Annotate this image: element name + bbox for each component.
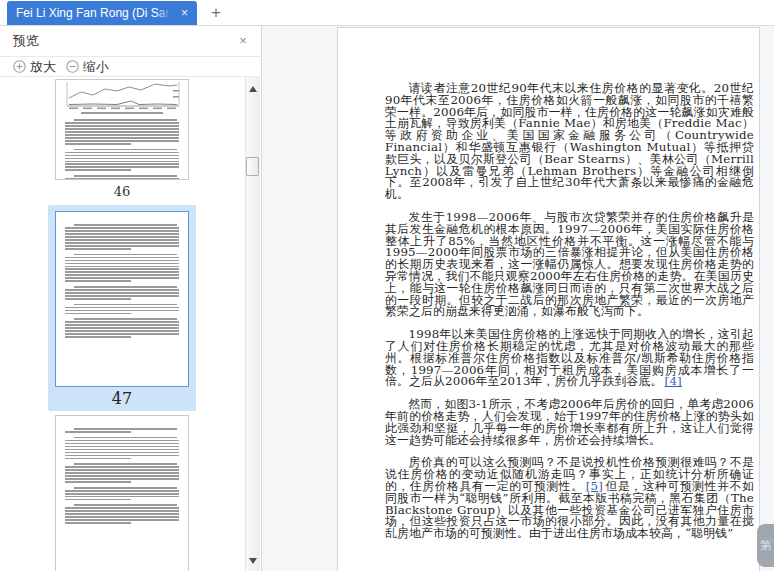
chapter-tab-label: 第 (760, 538, 771, 553)
document-viewport: 请读者注意20世纪90年代末以来住房价格的显著变化。20世纪90年代末至2006… (262, 26, 774, 571)
paragraph-text: 发生于1998—2006年、与股市次贷繁荣并存的住房价格飙升是其后发生金融危机的… (385, 210, 754, 318)
thumbnail-item-47[interactable]: 47 (48, 205, 196, 411)
thumbnail-page-46[interactable] (55, 79, 189, 180)
main-row: 预览 × 放大 缩小 (0, 26, 774, 571)
thumbnail-text-block (65, 254, 179, 283)
thumbnail-item-48[interactable]: 48 (48, 415, 196, 571)
thumbnail-pagenum-47: 47 (112, 389, 132, 408)
thumbnail-text-block (65, 304, 179, 315)
tab-close-icon[interactable]: × (177, 5, 192, 21)
thumbnail-text-block (65, 318, 179, 338)
new-tab-button[interactable]: + (205, 2, 227, 24)
thumbnail-text-block (65, 286, 179, 300)
zoom-out-label: 缩小 (83, 58, 109, 76)
app-window: Fei Li Xing Fan Rong (Di San B × + 预览 × … (0, 0, 774, 571)
document-paragraph-2: 发生于1998—2006年、与股市次贷繁荣并存的住房价格飙升是其后发生金融危机的… (385, 212, 754, 318)
zoom-in-button[interactable]: 放大 (13, 58, 56, 76)
thumbnail-chart-icon (65, 82, 181, 111)
zoom-out-icon (66, 60, 79, 73)
paragraph-text: 然而，如图3-1所示，不考虑2006年后房价的回归，单考虑2006年前的价格走势… (385, 397, 754, 446)
panel-title: 预览 (13, 32, 39, 50)
document-paragraph-4: 然而，如图3-1所示，不考虑2006年后房价的回归，单考虑2006年前的价格走势… (385, 399, 754, 446)
zoom-out-button[interactable]: 缩小 (66, 58, 109, 76)
document-paragraph-5: 房价真的可以这么预测吗？不是说投机性价格预测很难吗？不是说住房价格的变动近似随机… (385, 457, 754, 540)
thumbnail-list: 464748 (0, 78, 244, 571)
thumbnail-page-47[interactable] (55, 211, 189, 387)
thumbnail-text-block (65, 119, 179, 145)
zoom-toolbar: 放大 缩小 (0, 57, 261, 77)
sidebar-scrollbar[interactable] (245, 77, 260, 571)
scroll-up-icon[interactable] (249, 86, 257, 92)
zoom-in-icon (13, 60, 26, 73)
thumbnail-text-block (65, 224, 179, 250)
chapter-side-tab[interactable]: 第 (757, 524, 774, 567)
thumbnail-page-48[interactable] (55, 415, 189, 571)
tab-title-fade (156, 1, 176, 25)
thumbnail-item-46[interactable]: 46 (48, 79, 196, 201)
panel-close-icon[interactable]: × (235, 33, 251, 49)
sidebar-header: 预览 × (0, 26, 261, 57)
scroll-down-icon[interactable] (249, 558, 257, 564)
paragraph-text: 请读者注意20世纪90年代末以来住房价格的显著变化。20世纪90年代末至2006… (385, 81, 754, 201)
document-page: 请读者注意20世纪90年代末以来住房价格的显著变化。20世纪90年代末至2006… (337, 27, 760, 571)
footnote-link[interactable]: [4] (665, 374, 682, 388)
thumbnail-text-block (65, 463, 179, 483)
tab-title: Fei Li Xing Fan Rong (Di San B (16, 6, 168, 20)
document-paragraph-1: 请读者注意20世纪90年代末以来住房价格的显著变化。20世纪90年代末至2006… (385, 83, 754, 201)
thumbnail-text-block (65, 487, 179, 501)
thumbnail-text-block (65, 175, 179, 180)
document-paragraph-3: 1998年以来美国住房价格的上涨远快于同期收入的增长，这引起了人们对住房价格长期… (385, 329, 754, 388)
scrollbar-thumb[interactable] (246, 157, 259, 176)
thumbnail-text-block (65, 149, 179, 172)
preview-sidebar: 预览 × 放大 缩小 (0, 26, 262, 571)
zoom-in-label: 放大 (30, 58, 56, 76)
thumbnail-text-block (65, 504, 179, 524)
thumbnail-text-block (65, 437, 179, 460)
thumbnail-pagenum-46: 46 (114, 184, 131, 199)
thumbnail-text-block (65, 428, 179, 433)
paragraph-text: 1998年以来美国住房价格的上涨远快于同期收入的增长，这引起了人们对住房价格长期… (385, 327, 754, 388)
tab-bar: Fei Li Xing Fan Rong (Di San B × + (0, 0, 774, 26)
thumbnail-chart-caption (81, 112, 163, 114)
browser-tab-active[interactable]: Fei Li Xing Fan Rong (Di San B × (7, 1, 197, 25)
